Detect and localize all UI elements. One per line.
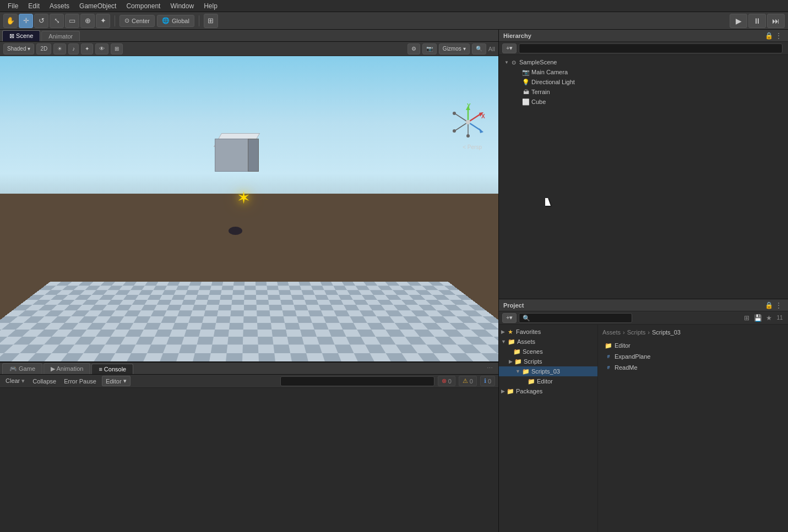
hierarchy-lock-icon[interactable]: 🔒 — [764, 31, 774, 41]
project-add-button[interactable]: +▾ — [502, 313, 517, 323]
tool-move-button[interactable]: ✛ — [19, 14, 33, 28]
hidden-objects-btn[interactable]: 👁 — [95, 43, 108, 54]
project-star-btn[interactable]: ★ — [764, 313, 774, 323]
space-global-button[interactable]: 🌐 Global — [157, 15, 194, 27]
space-icon: 🌐 — [162, 17, 170, 24]
console-error-badge[interactable]: ⊗ 0 — [438, 376, 455, 386]
file-item-readme[interactable]: # ReadMe — [602, 362, 784, 373]
project-item-editor-sub[interactable]: 📁 Editor — [499, 376, 597, 386]
search-icon[interactable]: 🔍 — [472, 43, 486, 54]
console-clear-button[interactable]: Clear ▾ — [3, 376, 27, 386]
hierarchy-item-terrain[interactable]: 🏔 Terrain — [499, 87, 788, 97]
packages-folder-icon: 📁 — [507, 387, 514, 395]
menu-assets[interactable]: Assets — [45, 1, 74, 11]
pause-button[interactable]: ⏸ — [748, 14, 766, 28]
hierarchy-add-button[interactable]: +▾ — [502, 43, 517, 53]
project-layout-btn[interactable]: ⊞ — [742, 313, 752, 323]
menu-gameobject[interactable]: GameObject — [75, 1, 121, 11]
tab-console[interactable]: ≡ Console — [91, 364, 133, 374]
scene-gizmo[interactable]: X Y — [449, 103, 487, 141]
svg-point-7 — [453, 112, 456, 115]
scene-settings-btn[interactable]: ⚙ — [407, 43, 420, 54]
tab-animator[interactable]: Animator — [41, 31, 80, 41]
hierarchy-search-input[interactable] — [519, 43, 782, 53]
tool-rect-button[interactable]: ▭ — [65, 14, 79, 28]
grid-btn[interactable]: ⊞ — [111, 43, 123, 54]
svg-text:Y: Y — [467, 103, 471, 109]
project-icon-strip: ⊞ 💾 ★ 11 — [742, 313, 785, 323]
pivot-center-button[interactable]: ⊙ Center — [119, 15, 155, 27]
editor-file-label: Editor — [615, 342, 631, 349]
effects-btn[interactable]: ✦ — [81, 43, 93, 54]
console-tab-more[interactable]: ⋯ — [483, 363, 496, 374]
snap-button[interactable]: ⊞ — [204, 14, 218, 28]
console-content — [0, 388, 498, 532]
project-title: Project — [503, 302, 764, 309]
project-item-favorites[interactable]: ▶ ★ Favorites — [499, 327, 597, 337]
menu-edit[interactable]: Edit — [24, 1, 44, 11]
project-item-scenes[interactable]: 📁 Scenes — [499, 347, 597, 357]
samplescene-label: SampleScene — [519, 59, 557, 65]
scenes-folder-icon: 📁 — [513, 348, 521, 355]
console-info-badge[interactable]: ℹ 0 — [480, 376, 495, 386]
scripts-arrow: ▶ — [509, 359, 513, 364]
tab-animation[interactable]: ▶ Animation — [44, 363, 90, 374]
hierarchy-more-icon[interactable]: ⋮ — [774, 31, 784, 41]
play-controls: ▶ ⏸ ⏭ — [730, 14, 785, 28]
file-item-expandplane[interactable]: # ExpandPlane — [602, 351, 784, 362]
hierarchy-item-maincamera[interactable]: 📷 Main Camera — [499, 67, 788, 77]
shading-mode-dropdown[interactable]: Shaded ▾ — [3, 43, 34, 54]
hierarchy-panel: Hierarchy 🔒 ⋮ +▾ ▼ ⊙ SampleScene — [499, 30, 788, 299]
step-button[interactable]: ⏭ — [767, 14, 785, 28]
project-search-input[interactable] — [519, 313, 632, 323]
2d-toggle[interactable]: 2D — [36, 43, 51, 54]
console-collapse-button[interactable]: Collapse — [30, 377, 58, 386]
menu-component[interactable]: Component — [122, 1, 165, 11]
project-more-icon[interactable]: ⋮ — [774, 300, 784, 310]
project-item-packages[interactable]: ▶ 📁 Packages — [499, 386, 597, 396]
file-item-editor[interactable]: 📁 Editor — [602, 340, 784, 351]
tab-scene[interactable]: ⊠ Scene — [2, 30, 40, 41]
console-search-input[interactable] — [280, 376, 434, 386]
project-panel: Project 🔒 ⋮ +▾ ⊞ 💾 ★ 11 — [499, 299, 788, 532]
project-item-scripts[interactable]: ▶ 📁 Scripts — [499, 357, 597, 366]
project-lock-icon[interactable]: 🔒 — [764, 300, 774, 310]
tool-scale-button[interactable]: ⤡ — [50, 14, 64, 28]
breadcrumb-scripts03[interactable]: Scripts_03 — [652, 329, 681, 336]
tool-transform-button[interactable]: ⊕ — [80, 14, 95, 28]
clear-chevron: ▾ — [21, 377, 25, 384]
scripts03-arrow: ▼ — [515, 369, 520, 374]
terrain-arrow — [515, 89, 522, 95]
breadcrumb-sep-2: › — [648, 329, 650, 336]
breadcrumb-scripts[interactable]: Scripts — [627, 329, 646, 336]
tab-game[interactable]: 🎮 Game — [2, 363, 42, 374]
tool-custom-button[interactable]: ✦ — [96, 14, 110, 28]
breadcrumb-assets[interactable]: Assets — [602, 329, 621, 336]
svg-point-12 — [466, 120, 470, 124]
scene-viewport[interactable]: ✶ — [0, 56, 498, 361]
camera-btn[interactable]: 📷 — [422, 43, 437, 54]
warning-icon: ⚠ — [463, 377, 468, 385]
console-error-pause-button[interactable]: Error Pause — [62, 377, 99, 386]
project-save-btn[interactable]: 💾 — [753, 313, 763, 323]
gizmos-dropdown[interactable]: Gizmos ▾ — [439, 43, 470, 54]
menu-window[interactable]: Window — [166, 1, 198, 11]
hierarchy-item-directionallight[interactable]: 💡 Directional Light — [499, 77, 788, 87]
console-editor-dropdown[interactable]: Editor ▾ — [102, 376, 131, 386]
project-count-label: 11 — [775, 313, 785, 323]
project-item-assets[interactable]: ▼ 📁 Assets — [499, 337, 597, 347]
tool-hand-button[interactable]: ✋ — [3, 14, 18, 28]
hierarchy-item-samplescene[interactable]: ▼ ⊙ SampleScene — [499, 57, 788, 67]
project-content: ▶ ★ Favorites ▼ 📁 Assets 📁 Scenes — [499, 325, 788, 532]
hierarchy-item-cube[interactable]: ⬜ Cube — [499, 97, 788, 107]
menu-help[interactable]: Help — [199, 1, 222, 11]
play-button[interactable]: ▶ — [730, 14, 747, 28]
tool-rotate-button[interactable]: ↺ — [34, 14, 48, 28]
lighting-btn[interactable]: ☀ — [53, 43, 66, 54]
project-item-scripts03[interactable]: ▼ 📁 Scripts_03 — [499, 366, 597, 376]
console-warning-badge[interactable]: ⚠ 0 — [459, 376, 477, 386]
space-label: Global — [172, 18, 189, 24]
menu-file[interactable]: File — [3, 1, 23, 11]
audio-btn[interactable]: ♪ — [68, 43, 79, 54]
packages-label: Packages — [516, 388, 542, 394]
